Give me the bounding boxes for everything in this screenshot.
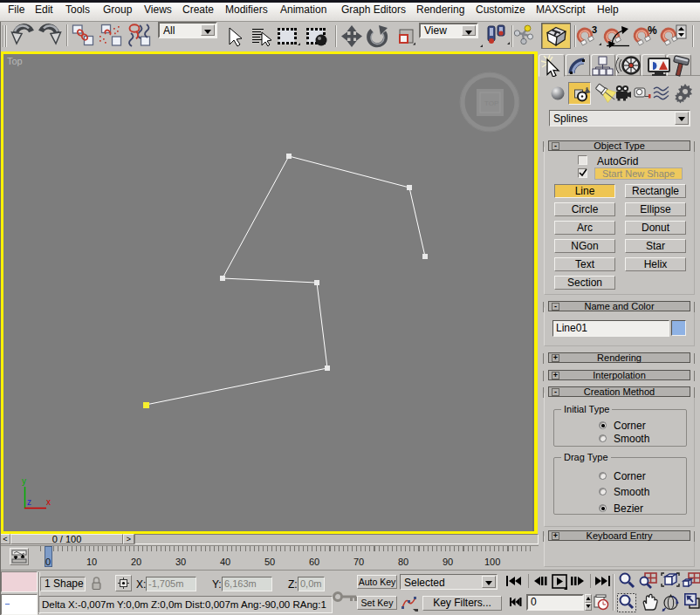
svg-text:%: % [648,24,657,37]
svg-text:3: 3 [592,24,597,35]
svg-text:z: z [27,497,31,507]
svg-text:y: y [22,476,26,486]
svg-text:TOP: TOP [484,99,498,107]
svg-text:x: x [46,497,51,507]
